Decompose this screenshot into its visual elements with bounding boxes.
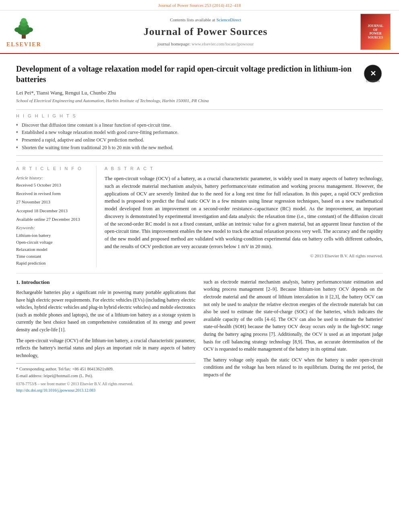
elsevier-tree-icon xyxy=(8,16,40,40)
keyword-3: Relaxation model xyxy=(16,246,90,253)
svg-point-5 xyxy=(14,27,21,32)
svg-point-4 xyxy=(21,18,27,23)
article-info-heading: A R T I C L E I N F O xyxy=(16,166,90,172)
body-section: 1. Introduction Rechargeable batteries p… xyxy=(16,273,383,394)
accepted-date: Accepted 18 December 2013 xyxy=(16,208,90,214)
crossmark-icon: ✕ CrossMark xyxy=(363,64,383,84)
body-right-col: such as electrode material mechanism ana… xyxy=(204,278,383,394)
keywords-label: Keywords: xyxy=(16,225,90,231)
body-left-col: 1. Introduction Rechargeable batteries p… xyxy=(16,278,195,394)
affiliation-line: School of Electrical Engineering and Aut… xyxy=(16,98,383,104)
svg-text:✕: ✕ xyxy=(370,70,376,78)
highlights-section: H I G H L I G H T S Discover that diffus… xyxy=(16,109,383,156)
journal-cover-image: JOURNALOFPOWERSOURCES xyxy=(360,14,391,50)
intro-section-title: 1. Introduction xyxy=(16,278,195,286)
keyword-4: Time constant xyxy=(16,253,90,259)
footnote-email: E-mail address: leipei@hotmail.com (L. P… xyxy=(16,373,195,379)
highlight-item-1: Discover that diffusion time constant is… xyxy=(16,122,383,129)
abstract-heading: A B S T R A C T xyxy=(105,166,383,172)
article-history-label: Article history: xyxy=(16,175,90,181)
highlights-heading: H I G H L I G H T S xyxy=(16,113,383,119)
sciencedirect-link[interactable]: ScienceDirect xyxy=(216,17,241,22)
intro-para-2: The open-circuit voltage (OCV) of the li… xyxy=(16,337,195,359)
article-info-column: A R T I C L E I N F O Article history: R… xyxy=(16,166,97,267)
right-col-para-2: The battery voltage only equals the stat… xyxy=(204,356,383,379)
journal-header-center: Contents lists available at ScienceDirec… xyxy=(55,14,356,50)
keyword-2: Open-circuit voltage xyxy=(16,239,90,245)
elsevier-logo: ELSEVIER xyxy=(6,16,41,49)
homepage-line: journal homepage: www.elsevier.com/locat… xyxy=(157,41,253,47)
article-title: Development of a voltage relaxation mode… xyxy=(16,64,355,84)
highlight-item-4: Shorten the waiting time from traditiona… xyxy=(16,144,383,151)
elsevier-logo-area: ELSEVIER xyxy=(6,14,51,50)
available-date: Available online 27 December 2013 xyxy=(16,216,90,222)
svg-point-6 xyxy=(27,27,33,32)
article-info-abstract: A R T I C L E I N F O Article history: R… xyxy=(16,161,383,267)
issn-line: 0378-7753/$ – see front matter © 2013 El… xyxy=(16,381,195,387)
journal-ref-text: Journal of Power Sources 253 (2014) 412–… xyxy=(158,3,241,8)
journal-reference: Journal of Power Sources 253 (2014) 412–… xyxy=(0,0,399,10)
elsevier-brand-text: ELSEVIER xyxy=(6,41,41,49)
footnote-corresponding: * Corresponding author. Tel/fax: +86 451… xyxy=(16,366,195,372)
article-title-section: Development of a voltage relaxation mode… xyxy=(16,60,383,86)
keyword-5: Rapid prediction xyxy=(16,260,90,266)
svg-text:CrossMark: CrossMark xyxy=(366,80,380,82)
journal-header: ELSEVIER Contents lists available at Sci… xyxy=(0,10,399,54)
doi-link[interactable]: http://dx.doi.org/10.1016/j.jpowsour.201… xyxy=(16,387,195,394)
highlight-item-3: Presented a rapid, adaptive and online O… xyxy=(16,137,383,144)
crossmark-area: ✕ CrossMark xyxy=(363,64,383,86)
homepage-link[interactable]: www.elsevier.com/locate/jpowsour xyxy=(191,41,253,46)
body-two-col: 1. Introduction Rechargeable batteries p… xyxy=(16,278,383,394)
abstract-column: A B S T R A C T The open-circuit voltage… xyxy=(105,166,383,267)
contents-available-line: Contents lists available at ScienceDirec… xyxy=(170,17,241,23)
journal-cover-area: JOURNALOFPOWERSOURCES xyxy=(360,14,393,50)
received-revised-date: 27 November 2013 xyxy=(16,199,90,205)
right-col-para-1: such as electrode material mechanism ana… xyxy=(204,278,383,353)
keyword-1: Lithium-ion battery xyxy=(16,232,90,238)
main-content: Development of a voltage relaxation mode… xyxy=(0,54,399,397)
journal-title: Journal of Power Sources xyxy=(144,25,267,39)
authors-line: Lei Pei*, Tiansi Wang, Rengui Lu, Chunbo… xyxy=(16,89,383,97)
received-revised-label: Received in revised form xyxy=(16,191,90,197)
intro-para-1: Rechargeable batteries play a significan… xyxy=(16,289,195,334)
highlight-item-2: Established a new voltage relaxation mod… xyxy=(16,129,383,136)
copyright-line: © 2013 Elsevier B.V. All rights reserved… xyxy=(105,253,383,259)
received-date: Received 5 October 2013 xyxy=(16,182,90,188)
abstract-text: The open-circuit voltage (OCV) of a batt… xyxy=(105,175,383,251)
footnote-area: * Corresponding author. Tel/fax: +86 451… xyxy=(16,363,195,394)
